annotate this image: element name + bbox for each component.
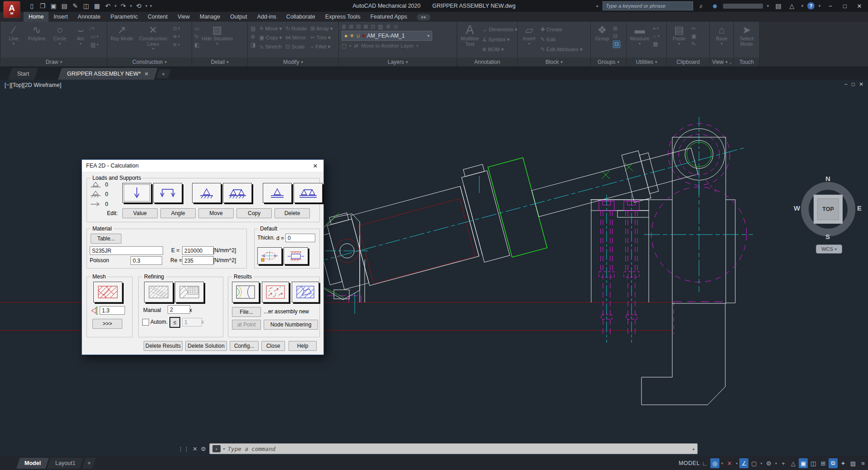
multiline-text-button[interactable]: A Multiline Text xyxy=(459,23,481,58)
layer-dropdown[interactable]: ● ☀ ∪ ■ AM_FEA-AM_1 ▾ xyxy=(342,31,432,41)
model-space-badge[interactable]: MODEL xyxy=(679,460,700,466)
search-icon[interactable]: ⌕ xyxy=(696,1,707,11)
add-layout-tab[interactable]: + xyxy=(82,458,96,469)
command-wrench-icon[interactable]: ⚙ xyxy=(201,446,206,452)
poisson-field[interactable]: 0.3 xyxy=(130,256,162,265)
copy-clip-icon[interactable]: ▣ xyxy=(691,33,696,39)
customization-gear-icon[interactable]: ⚙ xyxy=(764,458,773,468)
detail-rotate-icon[interactable]: ↻ xyxy=(194,34,199,40)
value-button[interactable]: Value xyxy=(122,208,158,218)
annotation-scale-icon[interactable]: ◫ xyxy=(809,458,818,468)
ribbon-tab-featured-apps[interactable]: Featured Apps xyxy=(365,12,412,22)
save-icon[interactable]: ▣ xyxy=(48,1,59,11)
move-to-layer-row[interactable]: ▢ ▾ ⇄ Move to Another Layer ▾ xyxy=(339,42,457,49)
ungroup-icon[interactable]: ⊞ xyxy=(613,25,620,32)
ribbon-tab-annotate[interactable]: Annotate xyxy=(73,12,106,22)
less-equal-button[interactable]: ≤ xyxy=(169,317,180,328)
e-field[interactable]: 210000 xyxy=(182,246,214,255)
ribbon-tab-view[interactable]: View xyxy=(173,12,195,22)
viewport-controls[interactable]: [−][Top][2D Wireframe] xyxy=(5,82,61,88)
workspace-switch-icon[interactable]: ⟲ xyxy=(133,1,144,11)
viewcube-north[interactable]: N xyxy=(825,175,830,182)
panel-label-clipboard[interactable]: Clipboard xyxy=(667,58,709,67)
cut-icon[interactable]: ✂ xyxy=(691,25,696,32)
power-recall-icon[interactable]: ⊕ xyxy=(251,34,256,40)
group-button[interactable]: ❖ Group xyxy=(593,23,611,58)
status-menu-icon[interactable]: ≡ xyxy=(858,458,868,468)
snap-mode-icon[interactable]: ◎ xyxy=(710,458,719,468)
print-icon[interactable]: ▦ xyxy=(92,1,102,11)
clean-screen-icon[interactable]: ▨ xyxy=(849,458,858,468)
crosshair-icon[interactable]: + xyxy=(779,458,788,468)
lock-ui-icon[interactable]: ⊞ xyxy=(819,458,828,468)
panel-label-layers[interactable]: Layers▾ xyxy=(339,58,457,67)
command-history-icon[interactable]: ▴ xyxy=(692,446,694,451)
double-roller-support-button[interactable] xyxy=(223,183,252,203)
delete-results-button[interactable]: Delete Results xyxy=(144,341,183,351)
base-view-button[interactable]: ⌂ Base ▾ xyxy=(712,23,732,58)
refine-all-button[interactable] xyxy=(144,282,173,302)
gear-caret-icon[interactable]: ▾ xyxy=(774,458,778,468)
workspace-icon[interactable]: ▣ xyxy=(799,458,808,468)
viewcube[interactable]: N S W E TOP WCS ▾ xyxy=(799,177,859,259)
help-button[interactable]: Help xyxy=(289,341,317,351)
window-close-button[interactable]: ✕ xyxy=(854,1,865,10)
sign-in-icon[interactable]: ☻ xyxy=(709,1,720,11)
help-caret-icon[interactable]: ▾ xyxy=(817,1,822,11)
edit-attributes-button[interactable]: ✎Edit Attributes▾ xyxy=(540,45,583,54)
file-tab-start[interactable]: Start xyxy=(8,68,39,80)
measure-button[interactable]: ▬ Measure ▾ xyxy=(628,23,651,58)
arc-button[interactable]: ⌣ Arc ▾ xyxy=(71,23,90,58)
window-maximize-button[interactable]: □ xyxy=(839,1,851,10)
at-point-button[interactable]: at Point xyxy=(232,320,261,330)
detail-section-icon[interactable]: ▭ xyxy=(194,25,199,32)
polar-tracking-icon[interactable]: ✕ xyxy=(725,458,734,468)
ribbon-tab-express-tools[interactable]: Express Tools xyxy=(320,12,366,22)
ribbon-tab-addins[interactable]: Add-ins xyxy=(252,12,281,22)
stretch-button[interactable]: ⇘Stretch xyxy=(259,43,282,51)
line-button[interactable]: ∕ Line ▾ xyxy=(3,23,24,58)
hide-situation-button[interactable]: ▧ Hide Situation ▾ xyxy=(201,23,233,58)
power-snap-icon[interactable]: ∩▾ xyxy=(653,33,660,39)
ribbon-overflow-icon[interactable]: ●● xyxy=(417,14,430,20)
material-table-button[interactable]: Table... xyxy=(91,234,121,244)
command-input[interactable]: › ▾ Type a command ▴ xyxy=(209,443,698,454)
mesh-size-field[interactable]: 1.3 xyxy=(100,306,125,315)
construction-lines-button[interactable]: ✕ Construction Lines ▾ xyxy=(135,23,171,58)
panel-label-utilities[interactable]: Utilities▾ xyxy=(627,58,666,67)
panel-label-touch[interactable]: Touch xyxy=(734,58,759,67)
circle-button[interactable]: ○ Circle ▾ xyxy=(49,23,71,58)
double-fixed-support-button[interactable] xyxy=(294,183,323,203)
panel-label-modify[interactable]: Modify▾ xyxy=(248,58,338,67)
application-menu-button[interactable]: A M xyxy=(4,1,20,18)
fea-dialog-titlebar[interactable]: FEA 2D - Calculation xyxy=(82,160,323,172)
insert-block-button[interactable]: ▱ Insert ▾ xyxy=(520,23,538,58)
rectangle-flyout-icon[interactable]: ▭▾ xyxy=(91,34,98,40)
search-input[interactable] xyxy=(603,1,693,10)
select-mode-button[interactable]: ➤ Select Mode xyxy=(736,23,757,58)
fillet-button[interactable]: ⌣Fillet▾ xyxy=(310,43,333,51)
group-selection-toggle-icon[interactable]: ⊡ xyxy=(613,41,620,48)
material-name-field[interactable]: S235JR xyxy=(90,246,163,255)
model-tab[interactable]: Model xyxy=(16,458,49,469)
layer-tool-icon[interactable]: ⊠ xyxy=(363,24,368,30)
array-button[interactable]: ⊞Array▾ xyxy=(310,24,333,33)
command-line[interactable]: ⋮⋮ ✕ ⚙ › ▾ Type a command ▴ xyxy=(178,443,698,454)
open-file-icon[interactable]: ❐ xyxy=(37,1,48,11)
point-load-button[interactable] xyxy=(122,183,151,203)
help-icon[interactable]: ? xyxy=(807,2,815,10)
layer-tool-icon[interactable]: ⊡ xyxy=(371,24,375,30)
scale-button[interactable]: ⊡Scale xyxy=(285,43,307,51)
auto-factor-field[interactable]: 1 xyxy=(182,318,202,326)
command-caret-icon[interactable]: ▾ xyxy=(223,447,225,451)
qat-customize-icon[interactable]: ▾ xyxy=(149,1,153,11)
ribbon-tab-collaborate[interactable]: Collaborate xyxy=(281,12,320,22)
roller-support-button[interactable] xyxy=(192,183,221,203)
fea-dialog-close-button[interactable]: ✕ xyxy=(307,160,323,172)
angle-button[interactable]: Angle xyxy=(160,208,196,218)
user-name-blurred[interactable] xyxy=(723,4,763,9)
generate-mesh-button[interactable] xyxy=(93,282,122,302)
undo-caret-icon[interactable]: ▾ xyxy=(113,1,118,11)
new-drawing-tab-button[interactable]: + xyxy=(156,69,171,78)
undo-icon[interactable]: ↶ xyxy=(102,1,113,11)
